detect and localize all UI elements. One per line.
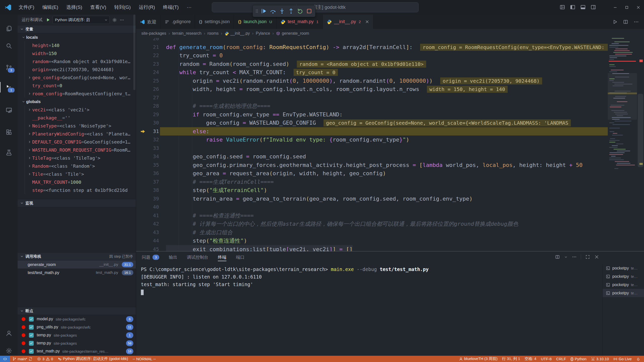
close-panel-icon[interactable] [594, 254, 599, 259]
status-encoding[interactable]: UTF-8 [539, 356, 554, 362]
debug-restart-button[interactable] [296, 6, 305, 16]
breadcrumb-item-__init__.py[interactable]: __init__.py [225, 31, 250, 36]
maximize-button[interactable] [621, 0, 632, 15]
breakpoint-row[interactable]: temp.pysite-packages58 [18, 339, 136, 347]
activitybar-testing[interactable] [0, 146, 18, 159]
breadcrumb-item-Pylance[interactable]: Pylance [256, 31, 270, 36]
status-golive[interactable]: Go Live [611, 356, 634, 362]
sidebar-scrollbar[interactable] [133, 15, 135, 90]
activitybar-account[interactable] [0, 326, 18, 340]
panel-more-actions-icon[interactable] [572, 254, 577, 259]
variable-row[interactable]: step = <function step at 0x1bf9cd216d [18, 186, 136, 194]
variable-row[interactable]: room_config = RoomRequestConfig(env_t… [18, 89, 136, 98]
breakpoint-row[interactable]: test_math.pysite-packages\terrain_res…16 [18, 347, 136, 355]
tab-settings.json[interactable]: {}settings.json [195, 15, 234, 29]
variables-scope-globals[interactable]: globals [18, 98, 136, 106]
panel-tab-输出[interactable]: 输出 [169, 251, 177, 263]
status-cursor-position[interactable]: 行 31, 列 1 [500, 356, 522, 362]
variable-row[interactable]: Tile = <class 'Tile'> [18, 170, 136, 178]
status-git-author[interactable]: blueloveTH (3 周前) [457, 356, 500, 362]
breakpoint-checkbox[interactable] [29, 325, 34, 330]
activitybar-run-and-debug[interactable]: 1 [0, 80, 18, 94]
tab-__init__.py[interactable]: __init__.py2 [323, 15, 374, 29]
variable-row[interactable]: MAX_TRY_COUNT = 1000 [18, 178, 136, 186]
variable-row[interactable]: vec2i = <class 'vec2i'> [18, 106, 136, 114]
breadcrumb-item-terrain_research[interactable]: terrain_research [172, 31, 202, 36]
breakpoint-row[interactable]: model.pysite-packages\wfc6 [18, 315, 136, 323]
panel-tab-问题[interactable]: 问题3 [142, 251, 159, 263]
code-editor[interactable]: 2021def generate_room(room_config: RoomR… [136, 38, 644, 251]
terminal-output[interactable]: PS C:\computer_science\godot-ldtk\site-p… [141, 265, 599, 356]
breakpoint-checkbox[interactable] [29, 317, 34, 322]
status-debug-config[interactable]: Python 调试程序: 启动文件 (godot-ldtk) [55, 356, 130, 362]
minimap[interactable] [608, 38, 637, 251]
variable-row[interactable]: WASTELAND_ROOM_REQUEST_CONFIG = RoomR… [18, 146, 136, 154]
status-branch[interactable]: main* [10, 356, 35, 362]
activitybar-remote-explorer[interactable] [0, 103, 18, 117]
close-icon[interactable] [365, 20, 369, 24]
terminal-instance[interactable]: pocketpyte… [603, 272, 644, 281]
callstack-frame[interactable]: generate_room__init__.py31:1 [18, 260, 136, 268]
debug-toolbar-grip-icon[interactable] [254, 9, 259, 14]
gear-icon[interactable] [112, 18, 117, 22]
breakpoint-checkbox[interactable] [29, 349, 34, 354]
variables-scope-locals[interactable]: locals [18, 33, 136, 41]
overview-ruler[interactable] [637, 38, 644, 251]
status-problems[interactable]: 30 [35, 356, 55, 362]
status-interpreter[interactable]: 3.10.10 [589, 356, 611, 362]
breakpoint-row[interactable]: png_utils.pysite-packages\wfc11 [18, 323, 136, 331]
activitybar-settings[interactable] [0, 344, 18, 357]
tab---[interactable]: 欢迎 [136, 15, 160, 29]
toggle-primary-sidebar-icon[interactable] [570, 4, 576, 10]
debug-step-out-button[interactable] [287, 6, 296, 16]
variable-row[interactable]: NoiseType = <class 'NoiseType'> [18, 122, 136, 130]
breakpoint-checkbox[interactable] [29, 341, 34, 346]
terminal-instance[interactable]: pocketpyte… [603, 281, 644, 289]
toggle-panel-icon[interactable] [580, 4, 586, 10]
status-notifications[interactable] [634, 356, 642, 362]
menu-item-g[interactable]: 转到(G) [110, 0, 135, 15]
menu-item-f[interactable]: 文件(F) [15, 0, 38, 15]
breadcrumb-item-site-packages[interactable]: site-packages [141, 31, 166, 36]
split-terminal-icon[interactable] [555, 254, 560, 259]
variable-row[interactable]: Random = <class 'Random'> [18, 162, 136, 170]
customize-layout-icon[interactable] [559, 4, 565, 10]
more-actions-icon[interactable] [119, 18, 124, 22]
activitybar-explorer[interactable] [0, 22, 18, 35]
remote-indicator[interactable] [0, 356, 10, 362]
breakpoints-section-header[interactable]: 断点 [18, 307, 136, 315]
debug-continue-button[interactable] [259, 6, 268, 16]
activitybar-extensions[interactable] [0, 125, 18, 139]
debug-step-into-button[interactable] [277, 6, 287, 16]
activitybar-search[interactable] [0, 39, 18, 53]
debug-stop-button[interactable] [305, 6, 314, 16]
variable-row[interactable]: width = 150 [18, 49, 136, 57]
toggle-secondary-sidebar-icon[interactable] [590, 4, 596, 10]
menu-item-t[interactable]: 终端(T) [159, 0, 183, 15]
breadcrumb-item-generate_room[interactable]: generate_room [276, 31, 309, 36]
panel-tab-终端[interactable]: 终端 [218, 251, 226, 263]
close-button[interactable] [632, 0, 644, 15]
variable-row[interactable]: geo_config = GeoConfig(seed=None, wor… [18, 73, 136, 81]
editor-more-actions-icon[interactable] [633, 19, 639, 25]
variable-row[interactable]: TileTag = <class 'TileTag'> [18, 154, 136, 162]
callstack-frame[interactable]: test/test_math.pytest_math.py16:1 [18, 268, 136, 277]
status-eol[interactable]: CRLF [554, 356, 568, 362]
minimap-slider[interactable] [608, 73, 637, 120]
variable-row[interactable]: DEFAULT_GEO_CONFIG = GeoConfig(seed=1… [18, 138, 136, 146]
menu-item-e[interactable]: 编辑(E) [38, 0, 62, 15]
run-python-file-button[interactable] [612, 19, 618, 25]
variable-row[interactable]: random = <Random object at 0x1bf9d01e… [18, 57, 136, 65]
breakpoint-row[interactable]: temp.pysite-packages1 [18, 331, 136, 339]
terminal-instance[interactable]: pocketpyte… [603, 289, 644, 297]
status-language[interactable]: {}Python [568, 356, 589, 362]
tab-.gdignore[interactable]: .gdignore [160, 15, 195, 29]
variable-row[interactable]: origin = vec2i(7205730, 9024468) [18, 65, 136, 73]
variable-row[interactable]: PlanetaryWindConfig = <class 'Planeta… [18, 130, 136, 138]
variables-section-header[interactable]: 变量 [18, 25, 136, 33]
launch-config-select[interactable]: Python 调试程序: 启 [53, 16, 110, 24]
variable-row[interactable]: try_count = 0 [18, 81, 136, 89]
callstack-section-header[interactable]: 调用堆栈 因 step 已暂停 [18, 252, 136, 260]
panel-tab-调试控制台[interactable]: 调试控制台 [187, 251, 208, 263]
variable-row[interactable]: __package__ = '' [18, 114, 136, 122]
